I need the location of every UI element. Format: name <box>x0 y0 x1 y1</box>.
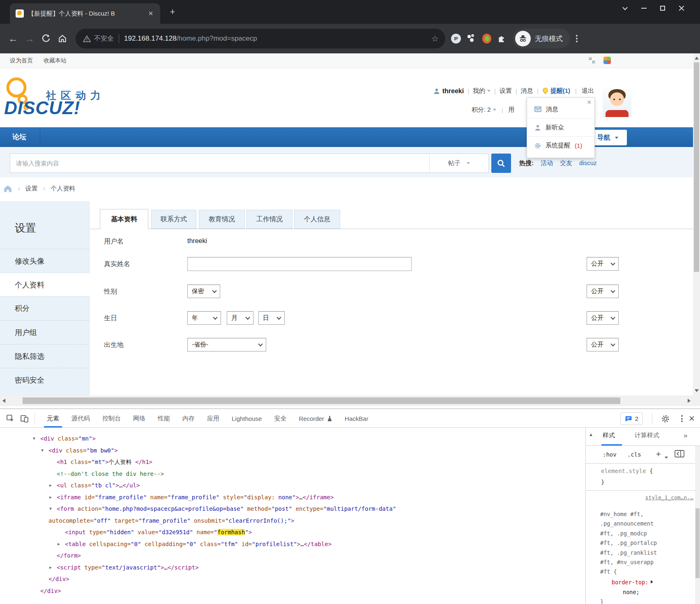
color-style-icon[interactable] <box>603 57 611 64</box>
devtools-tab-8[interactable]: 安全 <box>268 409 292 427</box>
popup-item-1[interactable]: 新听众 <box>527 118 594 136</box>
bookmark-star-icon[interactable]: ☆ <box>431 34 439 44</box>
tab-search-chevron-icon[interactable] <box>615 0 634 16</box>
menu-settings[interactable]: 设置 <box>500 87 512 95</box>
elements-tree[interactable]: ▼<div class="mn">▼<div class="bm bw0"><h… <box>0 428 585 604</box>
devtools-menu-icon[interactable] <box>681 415 683 422</box>
expand-arrow-down-icon[interactable]: ▼ <box>41 445 44 457</box>
breadcrumb-settings[interactable]: 设置 <box>25 185 38 193</box>
profile-tab-4[interactable]: 个人信息 <box>294 210 340 229</box>
expand-arrow-down-icon[interactable]: ▼ <box>49 503 52 515</box>
extension-ip-icon[interactable]: IP <box>451 34 461 44</box>
browser-menu-icon[interactable] <box>576 35 578 42</box>
scroll-left-arrow[interactable] <box>2 399 5 403</box>
devtools-tab-10[interactable]: HackBar <box>338 409 375 427</box>
horizontal-scrollbar[interactable] <box>0 395 693 406</box>
styles-scrollbar[interactable] <box>695 446 700 604</box>
extensions-puzzle-icon[interactable] <box>497 34 506 43</box>
discuz-logo[interactable]: 社区动力 DISCUZ! <box>4 76 136 122</box>
tab-computed[interactable]: 计算样式 <box>635 432 659 439</box>
devtools-tab-2[interactable]: 控制台 <box>96 409 127 427</box>
window-minimize-button[interactable] <box>634 0 653 16</box>
birthday-visibility-select[interactable]: 公开 <box>587 311 619 325</box>
horizontal-scroll-thumb[interactable] <box>23 397 620 404</box>
stylesheet-link[interactable]: style_1_com…n.… <box>645 494 693 501</box>
expand-arrow-right-icon[interactable]: ▶ <box>49 562 52 574</box>
devtools-tab-3[interactable]: 网络 <box>127 409 152 427</box>
popup-item-2[interactable]: 系统提醒(1) <box>527 136 594 154</box>
new-style-rule-button[interactable]: + <box>656 449 661 458</box>
birthday-year-select[interactable]: 年 <box>187 311 221 325</box>
code-line-8[interactable]: <input type="hidden" value="d32e951d" na… <box>0 526 585 538</box>
window-close-button[interactable] <box>672 0 691 16</box>
element-style-selector[interactable]: element.style { <box>601 468 653 474</box>
hot-link-2[interactable]: discuz <box>579 159 597 167</box>
browser-tab[interactable]: 【新提醒】个人资料 - Discuz! B ✕ <box>10 3 160 24</box>
back-button[interactable]: ← <box>5 30 21 47</box>
gender-visibility-select[interactable]: 公开 <box>587 285 619 298</box>
devtools-tab-9[interactable]: Recorder <box>292 409 338 427</box>
popup-close-icon[interactable]: ✕ <box>587 99 592 105</box>
logout-link[interactable]: 退出 <box>582 87 594 95</box>
code-line-13[interactable]: </div> <box>0 585 585 597</box>
code-line-12[interactable]: </div> <box>0 573 585 585</box>
scroll-up-arrow[interactable] <box>695 57 699 60</box>
code-line-7[interactable]: autocomplete="off" target="frame_profile… <box>0 515 585 527</box>
reload-button[interactable] <box>38 30 54 47</box>
expand-value-icon[interactable] <box>651 580 653 583</box>
sidebar-item-4[interactable]: 隐私筛选 <box>0 344 89 368</box>
devtools-tab-4[interactable]: 性能 <box>152 409 176 427</box>
sidebar-item-5[interactable]: 密码安全 <box>0 368 89 392</box>
css-declaration[interactable]: border-top: <box>612 579 648 586</box>
realname-visibility-select[interactable]: 公开 <box>587 257 619 271</box>
vertical-scrollbar[interactable] <box>693 53 700 395</box>
profile-tab-2[interactable]: 教育情况 <box>199 210 245 229</box>
css-rule-selectors[interactable]: #nv_home #ft,.pg_announcement#ft, .pg_mo… <box>600 510 657 577</box>
sidebar-item-1[interactable]: 个人资料 <box>0 273 90 296</box>
toggle-width-icon[interactable] <box>588 56 596 64</box>
styles-scroll-thumb[interactable] <box>695 508 700 578</box>
username[interactable]: threeki <box>442 87 464 95</box>
scroll-right-arrow[interactable] <box>688 399 691 403</box>
birthplace-visibility-select[interactable]: 公开 <box>587 338 619 351</box>
scroll-down-arrow[interactable] <box>695 389 699 392</box>
extension-proxy-icon[interactable] <box>467 34 477 44</box>
expand-arrow-right-icon[interactable]: ▶ <box>49 491 52 503</box>
sidebar-item-0[interactable]: 修改头像 <box>0 249 89 273</box>
birthday-day-select[interactable]: 日 <box>258 311 285 325</box>
hover-state-button[interactable]: :hov <box>603 451 617 458</box>
home-icon[interactable] <box>3 184 12 193</box>
window-maximize-button[interactable] <box>653 0 672 16</box>
extension-record-icon[interactable] <box>482 34 491 44</box>
collapse-pane-icon[interactable]: ▲ <box>589 432 593 437</box>
expand-arrow-right-icon[interactable]: ▶ <box>49 480 52 491</box>
home-button[interactable] <box>54 30 71 47</box>
notice-link[interactable]: 提醒(1) <box>550 87 570 95</box>
birthday-month-select[interactable]: 月 <box>227 311 253 325</box>
vertical-scroll-thumb[interactable] <box>694 62 699 272</box>
devtools-tab-6[interactable]: 应用 <box>201 409 226 427</box>
credits-label[interactable]: 积分: 2 <box>472 106 491 114</box>
devtools-settings-gear-icon[interactable] <box>661 415 670 423</box>
css-value[interactable]: none; <box>623 589 640 595</box>
devtools-tab-7[interactable]: Lighthouse <box>226 409 268 427</box>
incognito-badge[interactable]: 无痕模式 <box>513 29 570 48</box>
sidebar-item-2[interactable]: 积分 <box>0 296 89 320</box>
hot-link-1[interactable]: 交友 <box>560 159 572 167</box>
quick-link-0[interactable]: 设为首页 <box>10 57 33 64</box>
inspect-element-icon[interactable] <box>3 411 17 425</box>
code-line-2[interactable]: <h1 class="mt">个人资料 </h1> <box>0 456 585 468</box>
devtools-tab-0[interactable]: 元素 <box>41 409 65 427</box>
code-line-0[interactable]: ▼<div class="mn"> <box>0 433 585 445</box>
toggle-sidebar-icon[interactable] <box>675 450 684 458</box>
more-tabs-chevron[interactable]: » <box>684 432 687 440</box>
new-tab-button[interactable]: + <box>168 7 177 17</box>
expand-arrow-down-icon[interactable]: ▼ <box>33 433 35 445</box>
code-line-9[interactable]: ▶<table cellspacing="0" cellpadding="0" … <box>0 538 585 550</box>
menu-my[interactable]: 我的 <box>473 87 485 95</box>
code-line-1[interactable]: ▼<div class="bm bw0"> <box>0 445 585 457</box>
code-line-10[interactable]: </form> <box>0 550 585 562</box>
tab-styles[interactable]: 样式 <box>603 432 615 439</box>
code-line-6[interactable]: ▼<form action="home.php?mod=spacecp&ac=p… <box>0 503 585 515</box>
expand-arrow-right-icon[interactable]: ▶ <box>58 538 60 550</box>
